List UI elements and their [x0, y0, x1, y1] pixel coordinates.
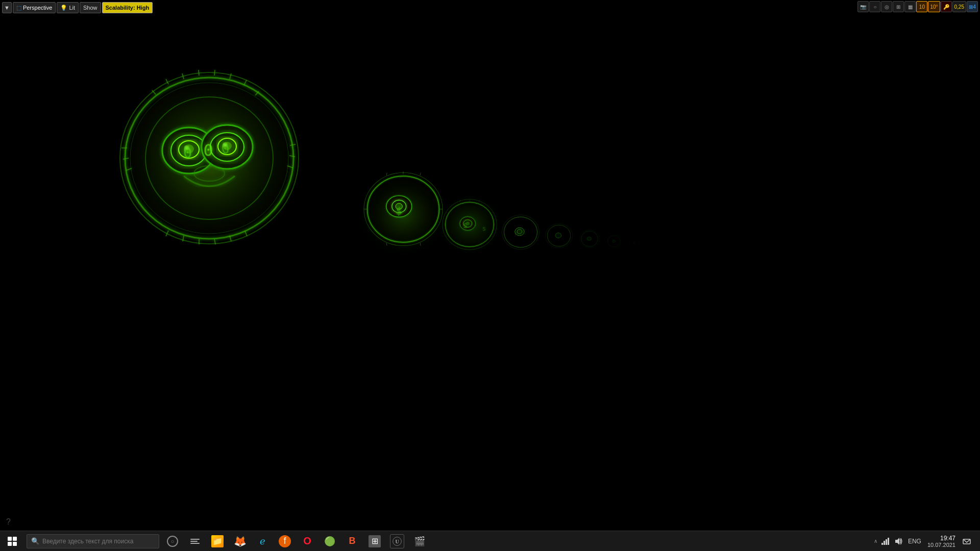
svg-point-66 — [555, 233, 561, 238]
scalability-btn[interactable]: Scalability: High — [102, 2, 153, 13]
firefox-icon: 🦊 — [234, 535, 246, 547]
rt-grid-btn[interactable]: ▦ — [904, 1, 916, 12]
notification-btn[interactable] — [958, 531, 976, 552]
opera-btn[interactable]: O — [296, 531, 318, 552]
rt-eye-btn[interactable]: ◎ — [881, 1, 892, 12]
viewport-dropdown-btn[interactable]: ▼ — [2, 2, 12, 13]
chrome-icon: 🟢 — [324, 535, 336, 547]
svg-rect-89 — [886, 539, 887, 545]
eye-icon: ◎ — [885, 4, 889, 10]
film-btn[interactable]: 🎬 — [408, 531, 431, 552]
edge-btn[interactable]: ℯ — [251, 531, 274, 552]
task-view-btn[interactable] — [184, 531, 206, 552]
svg-text:U: U — [395, 539, 399, 544]
svg-rect-87 — [881, 543, 883, 545]
rt-key-btn[interactable]: 🔑 — [941, 1, 952, 12]
svg-point-75 — [633, 242, 635, 243]
perspective-btn[interactable]: ⬚ Perspective — [13, 2, 56, 13]
circle-icon: ○ — [873, 4, 876, 10]
rt-grid-value-btn[interactable]: 10 — [916, 1, 927, 12]
show-label: Show — [83, 5, 97, 11]
firefox-alt-btn[interactable]: f — [274, 531, 296, 552]
angle-value: 10° — [930, 4, 938, 10]
rt-scale-btn[interactable]: 0,25 — [952, 1, 966, 12]
chrome-btn[interactable]: 🟢 — [318, 531, 341, 552]
windows-logo — [8, 537, 17, 546]
svg-text:s: s — [463, 221, 468, 230]
svg-point-69 — [587, 237, 591, 240]
search-bar[interactable]: 🔍 — [27, 534, 159, 548]
perspective-icon: ⬚ — [16, 5, 21, 11]
svg-point-63 — [517, 230, 522, 234]
taskbar-tray: ∧ ENG 19:47 10.07.2021 — [874, 531, 980, 552]
lit-icon: 💡 — [60, 5, 67, 11]
svg-text:s: s — [482, 225, 486, 232]
viewport: 0 0 0 $ s s s — [0, 0, 980, 551]
language-indicator[interactable]: ENG — [908, 538, 921, 545]
calculator-btn[interactable]: ⊞ — [363, 531, 386, 552]
right-toolbar: 📷 ○ ◎ ⊞ ▦ 10 10° 🔑 0,25 ⊞ 4 — [857, 1, 978, 12]
svg-rect-88 — [884, 541, 885, 545]
svg-point-77 — [648, 241, 654, 246]
transform-icon: ⊞ — [896, 4, 900, 10]
clock-time: 19:47 — [940, 535, 955, 542]
layers-icon: ⊞ — [969, 4, 973, 10]
svg-text:$: $ — [396, 205, 403, 217]
brave-btn[interactable]: B — [341, 531, 363, 552]
scale-value: 0,25 — [954, 4, 964, 10]
film-icon: 🎬 — [413, 535, 426, 547]
rt-circle-btn[interactable]: ○ — [869, 1, 880, 12]
clock[interactable]: 19:47 10.07.2021 — [927, 535, 955, 548]
rt-angle-btn[interactable]: 10° — [928, 1, 940, 12]
svg-text:0: 0 — [183, 144, 193, 162]
chevron-icon: ▼ — [4, 5, 10, 11]
cortana-icon: ○ — [167, 536, 178, 547]
svg-line-9 — [214, 70, 215, 76]
edge-icon: ℯ — [256, 535, 268, 547]
clock-date: 10.07.2021 — [927, 542, 955, 548]
show-btn[interactable]: Show — [80, 2, 101, 13]
key-icon: 🔑 — [943, 4, 949, 10]
cortana-btn[interactable]: ○ — [161, 531, 184, 552]
perspective-label: Perspective — [23, 5, 52, 11]
search-icon: 🔍 — [31, 537, 39, 545]
network-icon[interactable] — [879, 536, 891, 547]
svg-line-8 — [199, 70, 199, 76]
firefox-alt-icon: f — [279, 535, 291, 547]
grid-value: 10 — [919, 4, 925, 10]
svg-point-72 — [612, 240, 615, 242]
rt-camera-btn[interactable]: 📷 — [857, 1, 869, 12]
svg-rect-90 — [888, 538, 889, 545]
top-toolbar: ▼ ⬚ Perspective 💡 Lit Show Scalability: … — [0, 0, 980, 15]
lit-btn[interactable]: 💡 Lit — [57, 2, 79, 13]
unreal-engine-icon: U — [390, 534, 404, 548]
svg-text:s: s — [514, 231, 517, 236]
brave-icon: B — [346, 535, 358, 547]
calculator-icon: ⊞ — [369, 535, 381, 547]
svg-point-76 — [647, 240, 655, 248]
tray-expand-btn[interactable]: ∧ — [874, 538, 877, 544]
taskbar-icons: ○ 📁 🦊 ℯ f O 🟢 — [161, 531, 431, 552]
file-explorer-icon: 📁 — [211, 535, 224, 547]
search-input[interactable] — [42, 538, 144, 545]
svg-marker-91 — [895, 538, 899, 545]
scalability-label: Scalability: High — [106, 5, 150, 11]
task-view-icon — [190, 539, 200, 544]
rt-layers-btn[interactable]: ⊞ 4 — [967, 1, 978, 12]
firefox-btn[interactable]: 🦊 — [229, 531, 251, 552]
file-explorer-btn[interactable]: 📁 — [206, 531, 229, 552]
volume-icon[interactable] — [893, 536, 904, 547]
svg-text:0: 0 — [203, 140, 214, 160]
scene-canvas: 0 0 0 $ s s s — [0, 0, 980, 551]
grid-icon: ▦ — [908, 4, 913, 10]
start-button[interactable] — [0, 531, 24, 552]
help-icon[interactable]: ? — [6, 517, 11, 527]
unreal-engine-btn[interactable]: U — [386, 531, 408, 552]
rt-transform-btn[interactable]: ⊞ — [893, 1, 904, 12]
opera-icon: O — [301, 535, 313, 547]
lit-label: Lit — [69, 5, 75, 11]
layers-value: 4 — [973, 4, 976, 10]
taskbar: 🔍 ○ 📁 🦊 ℯ f — [0, 531, 980, 551]
camera-icon: 📷 — [860, 4, 866, 10]
